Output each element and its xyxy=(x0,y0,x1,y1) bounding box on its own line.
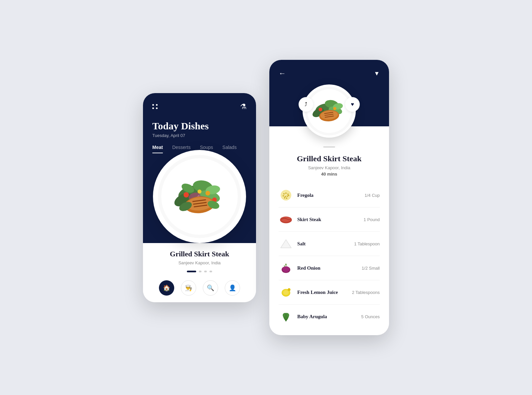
chef-icon: 👨‍🍳 xyxy=(185,284,192,292)
salt-amount: 1 Tablespoon xyxy=(354,241,380,246)
drag-handle xyxy=(323,146,335,148)
svg-point-13 xyxy=(198,190,201,194)
baby-arugula-icon xyxy=(279,309,293,324)
page-title: Today Dishes xyxy=(152,120,247,132)
skirt-steak-name: Skirt Steak xyxy=(297,217,364,222)
page-dot-3 xyxy=(204,271,207,272)
fregola-icon xyxy=(279,188,293,202)
filter-icon[interactable]: ▼ xyxy=(374,70,380,77)
recipe-image xyxy=(303,84,356,138)
dish-author: Sanjeev Kapoor, India xyxy=(152,260,247,265)
search-icon: 🔍 xyxy=(207,284,214,292)
home-icon: 🏠 xyxy=(163,284,170,292)
share-button[interactable]: ⤴ xyxy=(299,97,313,112)
recipe-author: Sanjeev Kapoor, India xyxy=(279,165,380,170)
baby-arugula-name: Baby Arugula xyxy=(297,314,361,320)
svg-point-42 xyxy=(283,195,284,197)
svg-point-53 xyxy=(282,266,290,272)
svg-point-11 xyxy=(184,192,189,198)
ingredient-lemon-juice: Fresh Lemon Juice 2 Tablespoons xyxy=(279,280,380,305)
ingredient-baby-arugula: Baby Arugula 5 Ounces xyxy=(279,305,380,329)
red-onion-amount: 1/2 Small xyxy=(362,266,380,271)
ingredient-list: Fregola 1/4 Cup Skirt Steak 1 Pound xyxy=(279,183,380,329)
svg-point-46 xyxy=(284,197,285,198)
red-onion-name: Red Onion xyxy=(297,265,362,271)
svg-point-31 xyxy=(319,108,322,111)
salt-icon xyxy=(279,236,293,251)
home-nav-button[interactable]: 🏠 xyxy=(159,280,174,296)
svg-point-40 xyxy=(285,193,287,194)
lemon-juice-name: Fresh Lemon Juice xyxy=(297,290,352,295)
svg-point-12 xyxy=(205,191,210,196)
chef-nav-button[interactable]: 👨‍🍳 xyxy=(181,280,196,296)
ingredient-red-onion: Red Onion 1/2 Small xyxy=(279,256,380,280)
svg-marker-51 xyxy=(281,240,291,248)
svg-point-43 xyxy=(285,196,286,197)
skirt-steak-icon xyxy=(279,212,293,227)
svg-point-39 xyxy=(283,193,285,195)
svg-point-38 xyxy=(281,190,291,200)
page-dot-1 xyxy=(187,271,196,272)
svg-point-45 xyxy=(288,195,289,196)
baby-arugula-amount: 5 Ounces xyxy=(361,314,380,319)
svg-point-41 xyxy=(287,194,289,195)
salt-name: Salt xyxy=(297,241,354,247)
favorite-button[interactable]: ♥ xyxy=(345,97,360,112)
page-dot-4 xyxy=(209,271,212,272)
dish-image xyxy=(153,150,246,243)
ingredient-skirt-steak: Skirt Steak 1 Pound xyxy=(279,207,380,232)
tab-meat[interactable]: Meat xyxy=(152,145,163,153)
bottom-navigation: 🏠 👨‍🍳 🔍 👤 xyxy=(152,280,247,296)
svg-point-44 xyxy=(287,196,288,197)
fregola-amount: 1/4 Cup xyxy=(364,193,380,198)
dish-name: Grilled Skirt Steak xyxy=(152,250,247,258)
tab-salads[interactable]: Salads xyxy=(222,145,237,153)
back-button[interactable]: ← xyxy=(279,69,286,78)
menu-icon[interactable] xyxy=(152,104,158,109)
svg-point-32 xyxy=(333,107,336,110)
lemon-juice-amount: 2 Tablespoons xyxy=(352,290,380,295)
profile-icon: 👤 xyxy=(229,284,236,292)
mortar-pestle-icon[interactable]: ⚗ xyxy=(240,102,247,111)
red-onion-icon xyxy=(279,261,293,275)
page-dot-2 xyxy=(199,271,201,272)
share-icon: ⤴ xyxy=(305,101,307,107)
search-nav-button[interactable]: 🔍 xyxy=(203,280,218,296)
svg-point-56 xyxy=(284,290,288,295)
phone-2: ← ▼ ⤴ xyxy=(269,60,389,335)
skirt-steak-amount: 1 Pound xyxy=(364,217,380,222)
fregola-name: Fregola xyxy=(297,193,364,198)
date-label: Tuesday, April 07 xyxy=(152,133,247,138)
dish-float-area: ⤴ xyxy=(279,84,380,124)
ingredient-fregola: Fregola 1/4 Cup xyxy=(279,183,380,207)
ingredient-salt: Salt 1 Tablespoon xyxy=(279,232,380,256)
svg-point-47 xyxy=(286,198,287,199)
phone-1: ⚗ Today Dishes Tuesday, April 07 Meat De… xyxy=(143,93,256,302)
svg-point-57 xyxy=(288,288,291,291)
pagination-dots xyxy=(152,271,247,272)
profile-nav-button[interactable]: 👤 xyxy=(225,280,240,296)
svg-point-49 xyxy=(281,217,291,222)
heart-icon: ♥ xyxy=(351,101,354,107)
lemon-juice-icon xyxy=(279,285,293,300)
recipe-time: 40 mins xyxy=(279,172,380,177)
recipe-title: Grilled Skirt Steak xyxy=(279,154,380,163)
